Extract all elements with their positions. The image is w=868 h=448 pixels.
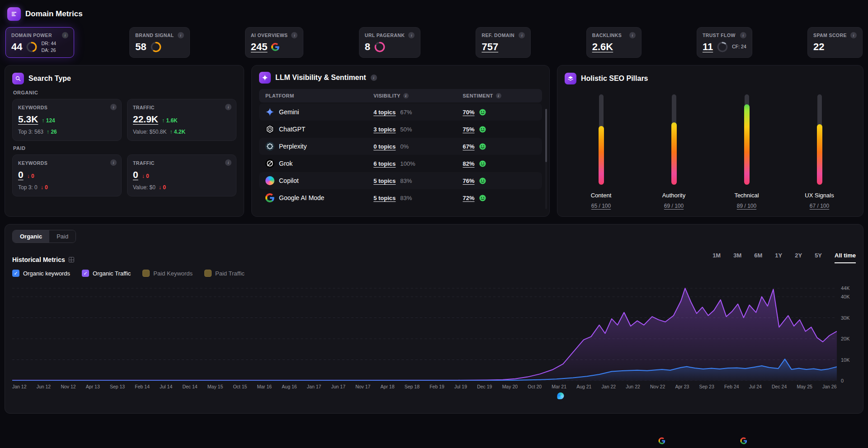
legend-paid-keywords[interactable]: Paid Keywords xyxy=(142,270,193,277)
checkbox-checked-icon[interactable]: ✓ xyxy=(82,270,89,277)
metric-card-ref-domain[interactable]: REF. DOMAIN 757 xyxy=(476,27,531,58)
range-5y[interactable]: 5Y xyxy=(815,252,822,263)
info-icon[interactable] xyxy=(629,32,636,38)
pillar-score-link[interactable]: 67 / 100 xyxy=(810,203,829,209)
range-1m[interactable]: 1M xyxy=(712,252,721,263)
metric-value-link[interactable]: 757 xyxy=(481,41,498,53)
metric-value-link[interactable]: 2.6K xyxy=(592,41,613,53)
sub-delta-down: 0 xyxy=(159,184,166,191)
info-icon[interactable] xyxy=(178,32,184,38)
history-chart-svg[interactable] xyxy=(12,284,837,381)
sentiment-link[interactable]: 67% xyxy=(463,143,475,150)
x-axis-label: Jun 22 xyxy=(626,384,640,389)
metric-value-link[interactable]: 11 xyxy=(703,41,713,53)
x-axis-label: Oct 15 xyxy=(233,384,247,389)
visibility-percent: 83% xyxy=(400,195,412,201)
info-icon[interactable] xyxy=(740,32,746,38)
metric-card-brand-signal[interactable]: BRAND SIGNAL 58 xyxy=(129,27,189,58)
info-icon[interactable] xyxy=(225,104,231,110)
metric-card-spam-score[interactable]: SPAM SCORE 22 xyxy=(807,27,863,58)
info-icon[interactable] xyxy=(110,159,117,166)
legend-organic-traffic[interactable]: ✓Organic Traffic xyxy=(82,270,131,277)
scrollbar[interactable] xyxy=(545,109,547,209)
pillar-score-link[interactable]: 65 / 100 xyxy=(591,203,611,209)
llm-visibility-panel: LLM Visibility & Sentiment PLATFORM VISI… xyxy=(251,65,550,217)
metric-value: 22 xyxy=(813,41,824,53)
sentiment-link[interactable]: 72% xyxy=(463,195,475,201)
info-icon[interactable] xyxy=(403,93,409,98)
checkbox-unchecked-icon[interactable] xyxy=(142,270,150,277)
topics-link[interactable]: 5 topics xyxy=(373,177,396,184)
topics-link[interactable]: 0 topics xyxy=(373,143,396,150)
info-icon[interactable] xyxy=(110,104,117,110)
info-icon[interactable] xyxy=(408,32,415,38)
topics-link[interactable]: 4 topics xyxy=(373,109,396,116)
x-axis-label: Feb 14 xyxy=(135,384,150,389)
topics-link[interactable]: 3 topics xyxy=(373,126,396,133)
info-icon[interactable] xyxy=(519,32,525,38)
organic-section-label: ORGANIC xyxy=(13,90,236,95)
copilot-icon xyxy=(265,176,274,185)
info-icon[interactable] xyxy=(62,32,68,38)
sentiment-link[interactable]: 82% xyxy=(463,160,475,167)
da-value: DA: 26 xyxy=(41,48,56,53)
metric-value-link[interactable]: 245 xyxy=(251,41,268,53)
y-axis-label: 10K xyxy=(841,357,850,363)
metric-card-domain-power[interactable]: DOMAIN POWER 44 DR: 44 DA: 26 xyxy=(5,27,74,58)
metric-card-trust-flow[interactable]: TRUST FLOW 11 CF: 24 xyxy=(697,27,752,58)
metric-card-url-pagerank[interactable]: URL PAGERANK 8 xyxy=(359,27,420,58)
sentiment-link[interactable]: 75% xyxy=(463,126,475,133)
google-icon[interactable] xyxy=(740,392,747,399)
legend-organic-keywords[interactable]: ✓Organic keywords xyxy=(12,270,70,277)
metric-label: SPAM SCORE xyxy=(813,33,847,38)
grid-icon[interactable] xyxy=(69,257,74,262)
x-axis-label: Dec 14 xyxy=(182,384,197,389)
metric-card-ai-overviews[interactable]: AI OVERVIEWS 245 xyxy=(245,27,304,58)
tab-paid[interactable]: Paid xyxy=(49,230,75,243)
info-icon[interactable] xyxy=(850,32,857,38)
smiley-icon xyxy=(479,194,486,202)
info-icon[interactable] xyxy=(371,75,377,81)
info-icon[interactable] xyxy=(225,159,231,166)
range-all-time[interactable]: All time xyxy=(835,252,856,263)
traffic-value-link[interactable]: 0 xyxy=(133,169,138,180)
range-2y[interactable]: 2Y xyxy=(795,252,802,263)
table-row-chatgpt: ChatGPT 3 topics50% 75% xyxy=(259,121,542,138)
range-3m[interactable]: 3M xyxy=(733,252,741,263)
smiley-icon xyxy=(479,160,486,168)
sentiment-link[interactable]: 70% xyxy=(463,109,475,116)
keywords-value-link[interactable]: 0 xyxy=(18,169,24,180)
scrollbar-thumb[interactable] xyxy=(545,109,547,162)
info-icon[interactable] xyxy=(291,32,297,38)
gemini-icon xyxy=(265,107,274,117)
card-label: KEYWORDS xyxy=(18,160,116,166)
y-axis-label: 0 xyxy=(841,378,844,383)
tab-organic[interactable]: Organic xyxy=(13,230,49,243)
x-axis-label: Nov 22 xyxy=(650,384,665,389)
column-visibility: VISIBILITY xyxy=(373,93,401,98)
middle-row: Search Type ORGANIC KEYWORDS 5.3K 124 To… xyxy=(5,65,863,217)
smiley-icon xyxy=(479,108,486,116)
pillar-score-link[interactable]: 89 / 100 xyxy=(737,203,756,209)
topics-link[interactable]: 6 topics xyxy=(373,160,396,167)
google-icon[interactable] xyxy=(659,392,665,399)
seo-pillars-panel: Holistic SEO Pillars Content 65 / 100 Au… xyxy=(557,65,863,217)
pillar-score-link[interactable]: 69 / 100 xyxy=(664,203,684,209)
metric-card-backlinks[interactable]: BACKLINKS 2.6K xyxy=(586,27,642,58)
panel-title: Holistic SEO Pillars xyxy=(581,75,648,83)
y-axis-label: 30K xyxy=(841,315,850,321)
chart-markers xyxy=(12,392,837,402)
keywords-value-link[interactable]: 5.3K xyxy=(18,114,38,125)
range-1y[interactable]: 1Y xyxy=(775,252,782,263)
checkbox-checked-icon[interactable]: ✓ xyxy=(12,270,19,277)
topics-link[interactable]: 5 topics xyxy=(373,195,396,201)
traffic-value-link[interactable]: 22.9K xyxy=(133,114,158,125)
pillar-content: Content 65 / 100 xyxy=(572,94,631,209)
range-6m[interactable]: 6M xyxy=(754,252,762,263)
legend-paid-traffic[interactable]: Paid Traffic xyxy=(204,270,245,277)
info-icon[interactable] xyxy=(496,93,501,98)
bing-icon[interactable] xyxy=(557,392,564,399)
sentiment-link[interactable]: 76% xyxy=(463,177,475,184)
checkbox-unchecked-icon[interactable] xyxy=(204,270,212,277)
column-platform: PLATFORM xyxy=(265,93,373,98)
